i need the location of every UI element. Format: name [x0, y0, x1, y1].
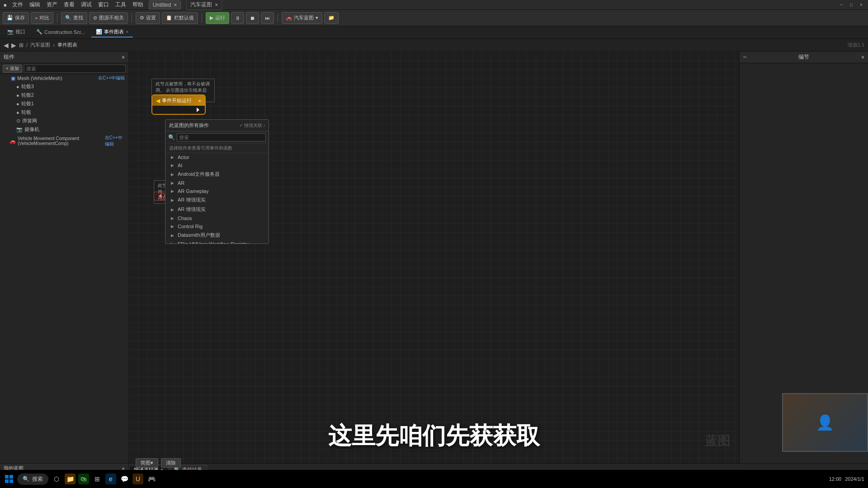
tree-wheel[interactable]: ● 轮毂: [0, 108, 128, 117]
tab-construction[interactable]: 🔧 Construction Scr...: [32, 28, 90, 38]
taskbar-cmd-icon[interactable]: ⊞: [92, 474, 103, 484]
menu-file[interactable]: 文件: [12, 1, 23, 9]
breadcrumb-arrow: ›: [53, 42, 55, 48]
ctx-ar-gameplay[interactable]: ▶ AR Gameplay: [165, 187, 269, 195]
menu-edit[interactable]: 编辑: [29, 1, 40, 9]
close-untitled-icon[interactable]: ×: [174, 2, 177, 8]
ctx-arrow-ai: ▶: [171, 163, 174, 168]
exec-out-pin[interactable]: [197, 108, 201, 112]
components-search-input[interactable]: [24, 65, 126, 73]
ctx-arrow-control-rig: ▶: [171, 224, 174, 229]
ctx-chaos[interactable]: ▶ Chaos: [165, 214, 269, 222]
pause-button[interactable]: ⏸: [231, 12, 244, 24]
vehicle-cpp-link[interactable]: 在C++中编辑: [105, 135, 125, 147]
taskbar-search[interactable]: 🔍 搜索: [17, 474, 48, 485]
play-button[interactable]: ▶ 运行: [206, 12, 229, 24]
tree-camera[interactable]: 📷 摄像机: [0, 125, 128, 134]
ctx-ar[interactable]: ▶ AR: [165, 179, 269, 187]
date-display: 2024/1/1: [845, 476, 864, 482]
ctx-frig[interactable]: ▶ FRig VMUser Workflow Registry: [165, 240, 269, 244]
breadcrumb-back-icon[interactable]: ◀: [4, 42, 9, 49]
ctx-actor[interactable]: ▶ Actor: [165, 153, 269, 161]
breadcrumb-event-graph[interactable]: 事件图表: [57, 42, 77, 48]
windows-start-icon[interactable]: [4, 474, 14, 484]
taskbar-wechat-icon[interactable]: 💬: [119, 474, 130, 484]
context-menu-header: 此蓝图的所有操作 ✓ 情境关联 ›: [165, 120, 269, 131]
ctx-arrow-android: ▶: [171, 172, 174, 177]
breadcrumb-bar: ◀ ▶ ⊞ / 汽车蓝图 › 事件图表 缩放1:1: [0, 39, 868, 52]
defaults-button[interactable]: 📋 栏默认值: [162, 12, 198, 24]
svg-rect-0: [5, 475, 9, 479]
editor-close-icon[interactable]: ×: [861, 54, 864, 61]
vehicle-icon: 🚗: [9, 138, 16, 144]
minimize-button[interactable]: ─: [838, 2, 844, 8]
tree-wheel1[interactable]: ● 轮毂1: [0, 99, 128, 108]
tab-car-blueprint[interactable]: 汽车蓝图 ×: [186, 0, 222, 10]
node-close-icon[interactable]: ×: [198, 98, 201, 103]
menu-asset[interactable]: 资产: [47, 1, 57, 9]
save-button[interactable]: 💾 保存: [3, 12, 29, 24]
ctx-control-rig[interactable]: ▶ Control Rig: [165, 222, 269, 230]
thumbnail-placeholder: 👤: [783, 394, 867, 451]
breadcrumb-grid-icon[interactable]: ⊞: [19, 42, 24, 48]
ctx-arrow-datasmith: ▶: [171, 233, 174, 238]
components-close-icon[interactable]: ×: [122, 54, 125, 61]
close-car-blueprint-icon[interactable]: ×: [215, 2, 218, 8]
breadcrumb-bp[interactable]: 汽车蓝图: [30, 42, 50, 48]
tab-untitled[interactable]: Untitled ×: [149, 0, 181, 9]
maximize-button[interactable]: □: [848, 2, 854, 8]
taskbar-widgets-icon[interactable]: ⬡: [51, 474, 62, 484]
close-event-graph-icon[interactable]: ×: [126, 29, 128, 34]
menu-tools[interactable]: 工具: [115, 1, 126, 9]
breadcrumb-forward-icon[interactable]: ▶: [11, 42, 16, 49]
taskbar-file-manager-icon[interactable]: 📁: [65, 474, 75, 484]
tab-viewport[interactable]: 📷 视口: [3, 28, 30, 38]
tab-event-graph[interactable]: 📊 事件图表 ×: [91, 28, 133, 38]
tree-mesh[interactable]: ▣ Mesh (VehicleMesh) 在C++中编辑: [0, 74, 128, 82]
menu-view[interactable]: 查看: [64, 1, 75, 9]
step-button[interactable]: ⏭: [261, 12, 274, 24]
ctx-ar-enhanced2[interactable]: ▶ AR 增强现实: [165, 205, 269, 214]
taskbar-search-icon: 🔍: [23, 476, 29, 482]
clear-button[interactable]: 清除: [161, 458, 181, 468]
compare-button[interactable]: ≈ 对比: [31, 12, 53, 24]
tree-wheel3[interactable]: ● 轮毂3: [0, 82, 128, 91]
close-button[interactable]: ×: [858, 2, 864, 8]
menu-help[interactable]: 帮助: [132, 1, 143, 9]
menu-debug[interactable]: 调试: [81, 1, 92, 9]
taskbar-unreal-icon[interactable]: U: [132, 474, 143, 484]
ctx-arrow-chaos: ▶: [171, 216, 174, 221]
menu-window[interactable]: 窗口: [98, 1, 109, 9]
context-search-input[interactable]: [177, 133, 266, 141]
context-menu[interactable]: 此蓝图的所有操作 ✓ 情境关联 › 🔍 选择组件来查看可用事件和函数 ▶ Act…: [165, 119, 269, 244]
find-button[interactable]: 🔍 查找: [61, 12, 87, 24]
ctx-datasmith[interactable]: ▶ Datasmith用户数据: [165, 230, 269, 240]
spring-icon: ⊙: [16, 118, 20, 124]
tree-wheel2[interactable]: ● 轮毂2: [0, 91, 128, 99]
taskbar-store-icon[interactable]: 🛍: [78, 474, 89, 484]
car-blueprint-button[interactable]: 🚗 汽车蓝图 ▾: [282, 12, 322, 24]
blueprint-watermark: 蓝图: [705, 432, 730, 450]
mesh-icon: ▣: [11, 75, 15, 81]
tree-spring[interactable]: ⊙ 弹簧网: [0, 117, 128, 125]
ctx-ai[interactable]: ▶ AI: [165, 161, 269, 169]
ctx-ar-enhanced[interactable]: ▶ AR 增强现实: [165, 195, 269, 205]
tree-vehicle-movement[interactable]: 🚗 Vehicle Movement Component (VehicleMov…: [0, 134, 128, 148]
stop-button[interactable]: ⏹: [246, 12, 259, 24]
taskbar-app-icon[interactable]: 🎮: [146, 474, 157, 484]
blueprint-canvas[interactable]: 此节点被禁用，将不会被调用。 从引图连出引线来启用功能。 ◀ 事件开始运行 × …: [129, 52, 739, 463]
taskbar-edge-icon[interactable]: e: [105, 474, 116, 484]
diverge-button[interactable]: ⊘ 图源不相关: [89, 12, 128, 24]
scale-indicator: 缩放1:1: [848, 42, 864, 48]
diagram-button[interactable]: 简图▾: [136, 458, 158, 468]
blueprint-tab-bar: 📷 视口 🔧 Construction Scr... 📊 事件图表 ×: [0, 26, 868, 39]
event-start-node[interactable]: ◀ 事件开始运行 ×: [151, 94, 206, 115]
ctx-android[interactable]: ▶ Android文件服务器: [165, 169, 269, 179]
content-button[interactable]: 📁: [324, 12, 339, 24]
settings-button[interactable]: ⚙ 设置: [136, 12, 160, 24]
toolbar-divider-3: [202, 14, 202, 23]
mesh-cpp-link[interactable]: 在C++中编辑: [98, 75, 125, 81]
video-thumbnail: 👤: [782, 393, 868, 452]
log-bottom-btns: 简图▾ 清除: [136, 458, 181, 468]
add-component-button[interactable]: + 添加: [3, 65, 22, 73]
